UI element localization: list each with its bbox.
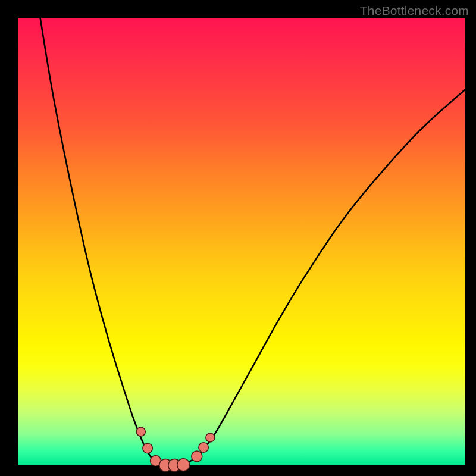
data-point (192, 451, 202, 462)
data-point (199, 443, 209, 453)
data-point (143, 443, 153, 453)
watermark-text: TheBottleneck.com (360, 4, 469, 18)
bottleneck-curve (40, 18, 465, 465)
chart-frame: TheBottleneck.com (0, 0, 476, 476)
curve-layer (18, 18, 465, 465)
data-markers (136, 427, 215, 471)
data-point (136, 427, 145, 436)
data-point (206, 433, 215, 442)
plot-area (18, 18, 465, 465)
data-point (177, 459, 190, 471)
